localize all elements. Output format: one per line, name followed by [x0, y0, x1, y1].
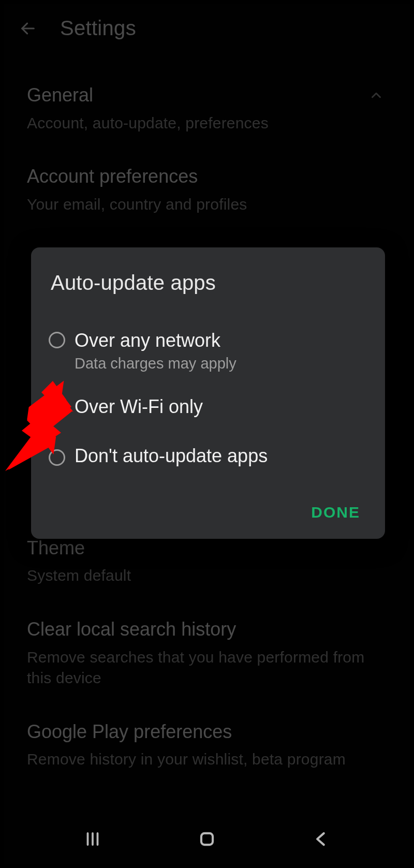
chevron-left-icon: [312, 829, 331, 849]
option-label: Over any network: [75, 329, 367, 352]
recents-button[interactable]: [77, 823, 108, 855]
home-icon: [197, 829, 217, 849]
option-over-any-network[interactable]: Over any network Data charges may apply: [49, 321, 367, 388]
svg-rect-11: [201, 833, 213, 845]
option-label: Don't auto-update apps: [75, 444, 367, 467]
dialog-options: Over any network Data charges may apply …: [49, 321, 367, 483]
home-button[interactable]: [191, 823, 223, 855]
auto-update-dialog: Auto-update apps Over any network Data c…: [31, 247, 385, 539]
recents-icon: [83, 829, 102, 849]
done-button[interactable]: DONE: [304, 498, 367, 526]
dialog-actions: DONE: [49, 498, 367, 526]
option-sublabel: Data charges may apply: [75, 355, 367, 372]
radio-icon: [49, 449, 65, 466]
system-navigation-bar: [4, 817, 410, 864]
back-nav-button[interactable]: [306, 823, 337, 855]
dialog-title: Auto-update apps: [51, 271, 367, 295]
radio-icon: [49, 400, 65, 417]
option-label: Over Wi-Fi only: [75, 395, 367, 418]
radio-icon: [49, 332, 65, 348]
option-over-wifi-only[interactable]: Over Wi-Fi only: [49, 388, 367, 437]
option-dont-auto-update[interactable]: Don't auto-update apps: [49, 437, 367, 483]
